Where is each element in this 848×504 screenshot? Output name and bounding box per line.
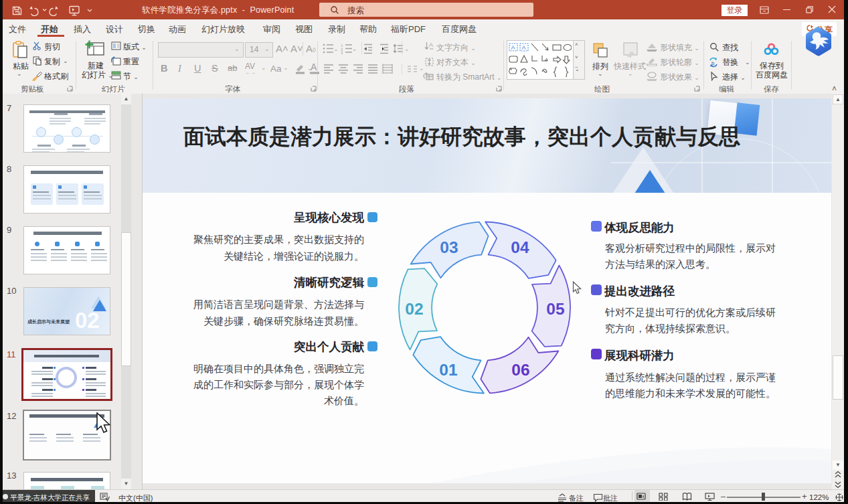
svg-text:06: 06 [511,361,529,379]
svg-text:04: 04 [511,238,529,256]
svg-text:A: A [429,41,433,48]
svg-text:A: A [511,44,515,51]
svg-text:A: A [522,44,526,51]
svg-text:05: 05 [546,300,564,318]
svg-text:02: 02 [405,300,423,318]
svg-text:b: b [711,60,715,66]
svg-text:3: 3 [341,51,343,54]
svg-text:01: 01 [439,361,457,379]
svg-text:03: 03 [440,238,458,256]
svg-text:A: A [311,62,317,72]
